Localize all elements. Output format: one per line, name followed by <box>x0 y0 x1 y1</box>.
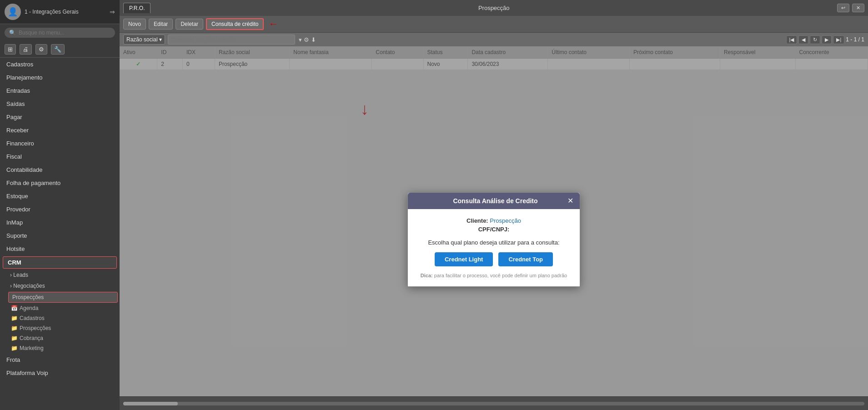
modal-plan-buttons: Crednet Light Crednet Top <box>417 252 571 266</box>
consulta-credito-button[interactable]: Consulta de crédito <box>206 18 264 30</box>
sidebar-item-crm[interactable]: CRM <box>3 256 117 269</box>
sidebar-folder-marketing[interactable]: 📁 Marketing <box>0 343 120 353</box>
filter-bar: Razão social ▾ ▾ ⚙ ⬇ |◀ ◀ ↻ ▶ ▶| 1 - 1 /… <box>120 33 868 46</box>
sidebar-folder-cobranca[interactable]: 📁 Cobrança <box>0 333 120 343</box>
folder-icon4: 📁 <box>11 335 18 341</box>
sidebar-item-hotsite[interactable]: Hotsite <box>0 242 120 255</box>
folder-icon2: 📁 <box>11 315 18 321</box>
sidebar-item-frota[interactable]: Frota <box>0 353 120 366</box>
modal-cpf-label: CPF/CNPJ: <box>478 226 510 233</box>
bottom-bar <box>120 396 868 410</box>
sidebar-sub-negociacoes[interactable]: › Negociações <box>0 280 120 291</box>
sidebar-sub-leads[interactable]: › Leads <box>0 270 120 280</box>
modal-cliente-value: Prospecção <box>490 217 521 224</box>
sidebar-item-financeiro[interactable]: Financeiro <box>0 137 120 150</box>
sidebar-folder-agenda[interactable]: 📅 Agenda <box>0 303 120 313</box>
undo-button[interactable]: ↩ <box>837 4 849 12</box>
sidebar-item-cadastros[interactable]: Cadastros <box>0 58 120 71</box>
page-title: Prospecção <box>151 5 837 11</box>
red-arrow-right-icon: ← <box>268 18 278 30</box>
sidebar-item-pagar[interactable]: Pagar <box>0 110 120 124</box>
sidebar-item-planejamento[interactable]: Planejamento <box>0 71 120 84</box>
grid-icon[interactable]: ⊞ <box>5 44 16 55</box>
sidebar-item-fiscal[interactable]: Fiscal <box>0 150 120 163</box>
sidebar-item-contabilidade[interactable]: Contabilidade <box>0 163 120 176</box>
sidebar-item-suporte[interactable]: Suporte <box>0 229 120 242</box>
filter-dropdown-icon[interactable]: ▾ <box>299 36 302 43</box>
avatar: 👤 <box>5 4 21 20</box>
sidebar-folder-cadastros[interactable]: 📁 Cadastros <box>0 313 120 323</box>
sidebar-search-container: 🔍 <box>5 28 115 38</box>
sidebar-sub-prospeccoes[interactable]: Prospecções <box>8 292 118 303</box>
scrollbar-thumb <box>123 402 178 405</box>
folder-icon5: 📁 <box>11 345 18 351</box>
top-bar-actions: ↩ ✕ <box>837 4 864 12</box>
sidebar-icon-bar: ⊞ 🖨 ⚙ 🔧 <box>0 41 120 58</box>
modal-header: Consulta Análise de Credito ✕ <box>408 193 580 209</box>
horizontal-scrollbar[interactable] <box>123 402 864 405</box>
razao-social-select[interactable]: Razão social ▾ <box>123 35 165 45</box>
main-content: P.R.O. Prospecção ↩ ✕ Novo Editar Deleta… <box>120 0 868 410</box>
filter-icons: ▾ ⚙ ⬇ <box>299 36 316 43</box>
sidebar-menu: Cadastros Planejamento Entradas Saídas P… <box>0 58 120 410</box>
filter-export-icon[interactable]: ⬇ <box>311 36 316 43</box>
sidebar-item-folha[interactable]: Folha de pagamento <box>0 176 120 190</box>
sidebar-item-receber[interactable]: Receber <box>0 124 120 137</box>
nav-next-button[interactable]: ▶ <box>822 35 832 44</box>
nav-refresh-button[interactable]: ↻ <box>810 35 820 44</box>
search-icon: 🔍 <box>9 30 16 36</box>
deletar-button[interactable]: Deletar <box>176 19 203 30</box>
nav-counter: 1 - 1 / 1 <box>846 36 864 43</box>
modal-dica: Dica: para facilitar o processo, você po… <box>417 273 571 278</box>
search-input[interactable] <box>19 30 110 36</box>
nav-first-button[interactable]: |◀ <box>786 35 798 44</box>
crednet-light-button[interactable]: Crednet Light <box>435 252 493 266</box>
sidebar-item-saidas[interactable]: Saídas <box>0 97 120 110</box>
close-button[interactable]: ✕ <box>852 4 864 12</box>
modal-dica-text: para facilitar o processo, você pode def… <box>434 273 567 278</box>
sidebar-item-entradas[interactable]: Entradas <box>0 84 120 97</box>
sidebar-folder-prospeccoes[interactable]: 📁 Prospecções <box>0 323 120 333</box>
sidebar-item-voip[interactable]: Plataforma Voip <box>0 366 120 380</box>
sidebar: 👤 1 - Integrações Gerais ⇒ 🔍 ⊞ 🖨 ⚙ 🔧 Cad… <box>0 0 120 410</box>
username-label: 1 - Integrações Gerais <box>25 9 79 15</box>
sidebar-item-inmap[interactable]: InMap <box>0 216 120 229</box>
toolbar: Novo Editar Deletar Consulta de crédito … <box>120 16 868 33</box>
modal-overlay: Consulta Análise de Credito ✕ Cliente: P… <box>120 46 868 396</box>
wrench-icon[interactable]: 🔧 <box>51 44 65 55</box>
sidebar-arrow-icon[interactable]: ⇒ <box>110 8 115 15</box>
sidebar-folder-prospeccoes-label: Prospecções <box>20 325 51 331</box>
modal-client-info: Cliente: Prospecção <box>417 217 571 224</box>
search-filter-input[interactable] <box>168 35 295 45</box>
sidebar-folder-marketing-label: Marketing <box>20 345 44 351</box>
modal-close-button[interactable]: ✕ <box>567 197 573 205</box>
modal-dica-label: Dica: <box>421 273 433 278</box>
modal-consulta-credito: Consulta Análise de Credito ✕ Cliente: P… <box>407 192 580 287</box>
sidebar-item-estoque[interactable]: Estoque <box>0 190 120 203</box>
modal-cliente-label: Cliente: <box>467 217 488 224</box>
folder-icon: 📅 <box>11 305 18 311</box>
nav-prev-button[interactable]: ◀ <box>798 35 808 44</box>
modal-cpf-cnpj: CPF/CNPJ: <box>417 226 571 233</box>
print-icon[interactable]: 🖨 <box>20 44 32 55</box>
settings-icon[interactable]: ⚙ <box>35 44 47 55</box>
folder-icon3: 📁 <box>11 325 18 331</box>
modal-choose-text: Escolha qual plano deseja utilizar para … <box>417 239 571 246</box>
red-arrow-right-container: ← <box>268 18 278 30</box>
modal-body: Cliente: Prospecção CPF/CNPJ: Escolha qu… <box>408 209 580 286</box>
sidebar-folder-cobranca-label: Cobrança <box>20 335 43 341</box>
table-container: ↓ Ativo ID IDX Razão social Nome fantasi… <box>120 46 868 396</box>
editar-button[interactable]: Editar <box>149 19 173 30</box>
filter-nav: |◀ ◀ ↻ ▶ ▶| 1 - 1 / 1 <box>786 35 864 44</box>
novo-button[interactable]: Novo <box>123 19 146 30</box>
sidebar-folder-agenda-label: Agenda <box>20 305 38 311</box>
tab-pro[interactable]: P.R.O. <box>123 3 151 13</box>
modal-title: Consulta Análise de Credito <box>423 197 567 205</box>
top-bar: P.R.O. Prospecção ↩ ✕ <box>120 0 868 16</box>
nav-last-button[interactable]: ▶| <box>833 35 844 44</box>
sidebar-header: 👤 1 - Integrações Gerais ⇒ <box>0 0 120 24</box>
sidebar-item-provedor[interactable]: Provedor <box>0 203 120 216</box>
crednet-top-button[interactable]: Crednet Top <box>498 252 553 266</box>
sidebar-folder-cadastros-label: Cadastros <box>20 315 45 321</box>
filter-config-icon[interactable]: ⚙ <box>304 36 309 43</box>
